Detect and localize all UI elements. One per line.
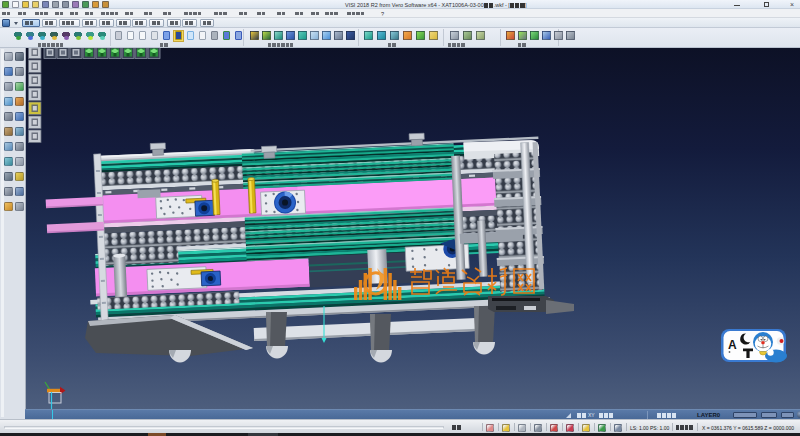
svg-text:A: A xyxy=(728,338,737,352)
